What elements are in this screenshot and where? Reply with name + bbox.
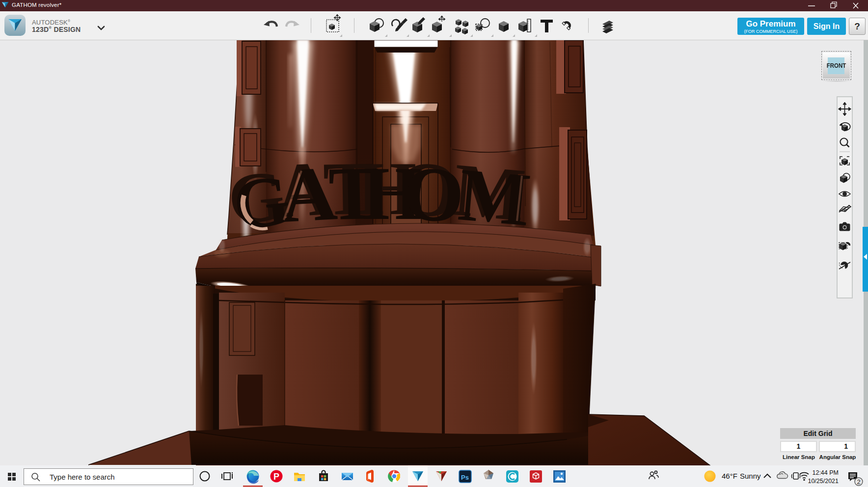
svg-text:46°F: 46°F bbox=[722, 472, 737, 480]
svg-text:12:44 PM: 12:44 PM bbox=[812, 469, 839, 476]
svg-text:2: 2 bbox=[857, 478, 860, 486]
svg-text:10/25/2021: 10/25/2021 bbox=[808, 478, 839, 485]
svg-text:Ps: Ps bbox=[461, 474, 469, 481]
svg-text:P: P bbox=[273, 472, 279, 482]
svg-text:Sunny: Sunny bbox=[740, 472, 761, 480]
